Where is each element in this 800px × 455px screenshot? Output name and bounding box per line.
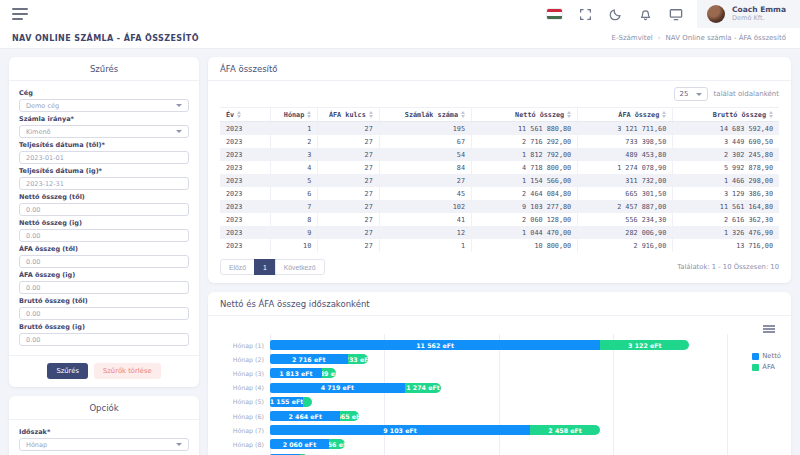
pagination-page-1-button[interactable]: 1 bbox=[254, 259, 276, 275]
chart-bar-segment-áfa[interactable]: 733 eFt bbox=[348, 354, 369, 364]
net-amount-to-label: Nettó összeg (ig) bbox=[19, 219, 189, 227]
column-header[interactable]: Hónap bbox=[270, 108, 318, 122]
table-cell: 1 326 476,90 bbox=[673, 226, 779, 239]
chart-bar-label: 11 562 eFt bbox=[416, 342, 454, 349]
table-row[interactable]: 2023827412 060 128,00556 234,302 616 362… bbox=[220, 213, 779, 226]
period-label: Időszak* bbox=[19, 428, 189, 436]
chart-bar-segment-nettó[interactable]: 1 813 eFt bbox=[270, 368, 322, 378]
net-amount-from-input[interactable]: 0.00 bbox=[19, 203, 189, 216]
column-header[interactable]: ÁFA kulcs bbox=[318, 108, 379, 122]
fulfillment-date-from-input[interactable]: 2023-01-01 bbox=[19, 151, 189, 164]
filter-clear-button[interactable]: Szűrők törlése bbox=[94, 363, 161, 379]
chart-bar-row: Hónap (4)4 719 eFt1 274 eFt bbox=[270, 381, 727, 395]
invoice-direction-value: Kimenő bbox=[26, 128, 51, 136]
column-header-label: Nettó összeg bbox=[515, 111, 564, 119]
table-cell: 2023 bbox=[220, 161, 270, 174]
table-cell: 11 561 880,80 bbox=[472, 122, 578, 136]
table-row[interactable]: 202312719511 561 880,803 121 711,6014 68… bbox=[220, 122, 779, 136]
net-amount-to-input[interactable]: 0.00 bbox=[19, 229, 189, 242]
chart-bar-segment-áfa[interactable]: 3 122 eFt bbox=[600, 340, 689, 350]
hungarian-flag-icon[interactable] bbox=[547, 9, 562, 19]
legend-item-áfa[interactable]: ÁFA bbox=[752, 363, 781, 371]
table-cell: 311 732,00 bbox=[578, 174, 673, 187]
pagination-next-button[interactable]: Következő bbox=[275, 259, 325, 275]
chart-bar-segment-áfa[interactable]: 2 458 eFt bbox=[530, 425, 600, 435]
results-info: Találatok: 1 - 10 Összesen: 10 bbox=[677, 263, 779, 271]
sort-icon[interactable] bbox=[662, 111, 666, 118]
sort-icon[interactable] bbox=[567, 111, 571, 118]
chart-bar-segment-áfa[interactable]: 489 eFt bbox=[322, 368, 336, 378]
breadcrumb-item[interactable]: NAV Online számla - ÁFA összesítő bbox=[666, 34, 786, 42]
vat-amount-to-input[interactable]: 0.00 bbox=[19, 281, 189, 294]
fullscreen-icon[interactable] bbox=[579, 8, 592, 21]
chart-bar-segment-áfa[interactable]: 665 eFt bbox=[340, 411, 359, 421]
breadcrumb-item[interactable]: E-Számvitel bbox=[612, 34, 653, 42]
chart-bar-segment-nettó[interactable]: 2 060 eFt bbox=[270, 439, 329, 449]
chart-bar-label: 9 103 eFt bbox=[383, 427, 417, 434]
gross-amount-from-label: Bruttó összeg (től) bbox=[19, 297, 189, 305]
column-header[interactable]: Nettó összeg bbox=[472, 108, 578, 122]
sort-icon[interactable] bbox=[461, 111, 465, 118]
chart-bar-segment-áfa[interactable]: 1 274 eFt bbox=[405, 383, 441, 393]
chart-bar-segment-áfa[interactable]: 556 eFt bbox=[329, 439, 345, 449]
column-header[interactable]: Év bbox=[220, 108, 270, 122]
chart-bar-label: 2 464 eFt bbox=[288, 413, 322, 420]
net-amount-from-value: 0.00 bbox=[26, 206, 40, 214]
table-row[interactable]: 20231027110 800,002 916,0013 716,00 bbox=[220, 239, 779, 252]
hamburger-menu-icon[interactable] bbox=[12, 8, 28, 20]
table-cell: 5 992 878,90 bbox=[673, 161, 779, 174]
chart-plot: Hónap (1)11 562 eFt3 122 eFtHónap (2)2 7… bbox=[270, 338, 727, 455]
chart-bar-label: 733 eFt bbox=[348, 356, 369, 363]
notifications-bell-icon[interactable] bbox=[639, 8, 652, 21]
table-row[interactable]: 2023527271 154 566,00311 732,001 466 298… bbox=[220, 174, 779, 187]
top-bar: Coach Emma Demó Kft. bbox=[0, 0, 800, 28]
table-row[interactable]: 2023627452 464 084,80665 301,503 129 386… bbox=[220, 187, 779, 200]
chart-bar-segment-nettó[interactable]: 4 719 eFt bbox=[270, 383, 405, 393]
chart-category-label: Hónap (8) bbox=[220, 441, 264, 448]
pagination-prev-button[interactable]: Előző bbox=[220, 259, 255, 275]
column-header[interactable]: Számlák száma bbox=[379, 108, 471, 122]
table-cell: 6 bbox=[270, 187, 318, 200]
period-select[interactable]: Hónap bbox=[19, 438, 189, 451]
user-org: Demó Kft. bbox=[732, 15, 786, 22]
chart-bar-segment-áfa[interactable] bbox=[303, 397, 312, 407]
vat-amount-from-input[interactable]: 0.00 bbox=[19, 255, 189, 268]
table-row[interactable]: 2023227672 716 292,00733 398,503 449 690… bbox=[220, 135, 779, 148]
user-menu[interactable]: Coach Emma Demó Kft. bbox=[697, 0, 800, 28]
chart-menu-icon[interactable] bbox=[763, 325, 775, 333]
period-value: Hónap bbox=[26, 441, 47, 449]
gross-amount-to-input[interactable]: 0.00 bbox=[19, 333, 189, 346]
table-cell: 2 916,00 bbox=[578, 239, 673, 252]
table-cell: 3 121 711,60 bbox=[578, 122, 673, 136]
sort-icon[interactable] bbox=[369, 111, 373, 118]
table-row[interactable]: 20237271029 103 277,802 457 887,0011 561… bbox=[220, 200, 779, 213]
breadcrumb-separator: › bbox=[658, 34, 661, 42]
sort-icon[interactable] bbox=[237, 111, 241, 118]
table-cell: 67 bbox=[379, 135, 471, 148]
vat-amount-from-label: ÁFA összeg (től) bbox=[19, 245, 189, 253]
chart-bar-segment-nettó[interactable]: 9 103 eFt bbox=[270, 425, 530, 435]
gross-amount-from-input[interactable]: 0.00 bbox=[19, 307, 189, 320]
column-header[interactable]: Bruttó összeg bbox=[673, 108, 779, 122]
filter-apply-button[interactable]: Szűrés bbox=[47, 363, 88, 379]
invoice-direction-select[interactable]: Kimenő bbox=[19, 125, 189, 138]
sort-icon[interactable] bbox=[307, 111, 311, 118]
table-cell: 84 bbox=[379, 161, 471, 174]
company-select[interactable]: Demo cég bbox=[19, 99, 189, 112]
chart-bar-segment-nettó[interactable]: 2 464 eFt bbox=[270, 411, 340, 421]
sort-icon[interactable] bbox=[769, 111, 773, 118]
display-monitor-icon[interactable] bbox=[669, 8, 683, 21]
table-cell: 3 bbox=[270, 148, 318, 161]
legend-item-nettó[interactable]: Nettó bbox=[752, 352, 781, 360]
table-row[interactable]: 2023427844 718 800,001 274 078,905 992 8… bbox=[220, 161, 779, 174]
dark-mode-moon-icon[interactable] bbox=[609, 8, 622, 21]
chart-bar-segment-nettó[interactable]: 1 155 eFt bbox=[270, 397, 303, 407]
chart-bar-segment-nettó[interactable]: 2 716 eFt bbox=[270, 354, 348, 364]
column-header[interactable]: ÁFA összeg bbox=[578, 108, 673, 122]
table-row[interactable]: 2023927121 044 470,00282 006,901 326 476… bbox=[220, 226, 779, 239]
per-page-select[interactable]: 25 bbox=[674, 87, 708, 101]
table-row[interactable]: 2023327541 812 792,00489 453,802 302 245… bbox=[220, 148, 779, 161]
chart-bar-segment-nettó[interactable]: 11 562 eFt bbox=[270, 340, 600, 350]
fulfillment-date-to-input[interactable]: 2023-12-31 bbox=[19, 177, 189, 190]
table-cell: 4 718 800,00 bbox=[472, 161, 578, 174]
